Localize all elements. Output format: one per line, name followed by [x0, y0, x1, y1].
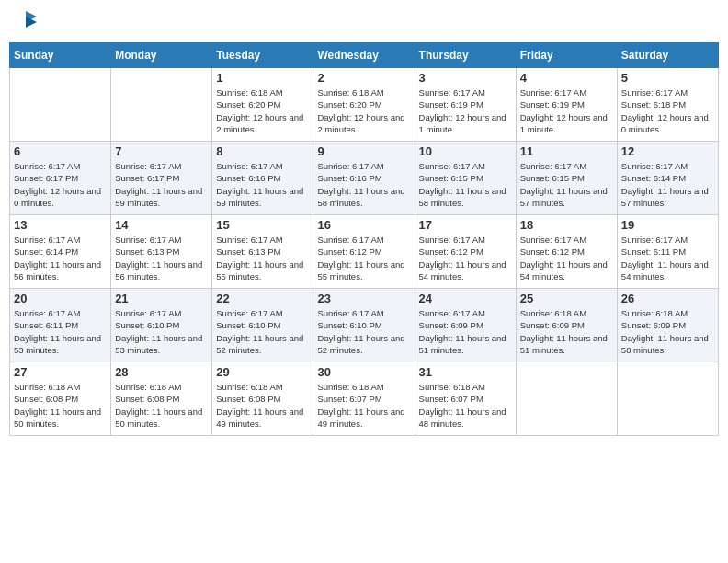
calendar-cell — [10, 68, 111, 142]
day-number: 16 — [317, 218, 410, 232]
weekday-header-tuesday: Tuesday — [212, 43, 313, 68]
calendar-cell: 31Sunrise: 6:18 AM Sunset: 6:07 PM Dayli… — [415, 362, 516, 436]
calendar-cell: 13Sunrise: 6:17 AM Sunset: 6:14 PM Dayli… — [10, 215, 111, 289]
calendar-cell: 17Sunrise: 6:17 AM Sunset: 6:12 PM Dayli… — [415, 215, 516, 289]
day-number: 3 — [419, 71, 512, 85]
day-number: 4 — [520, 71, 613, 85]
calendar-table: SundayMondayTuesdayWednesdayThursdayFrid… — [9, 42, 719, 436]
weekday-header-wednesday: Wednesday — [313, 43, 415, 68]
calendar-cell: 9Sunrise: 6:17 AM Sunset: 6:16 PM Daylig… — [313, 142, 415, 215]
day-number: 19 — [621, 218, 714, 232]
day-number: 15 — [216, 218, 309, 232]
calendar-cell: 21Sunrise: 6:17 AM Sunset: 6:10 PM Dayli… — [111, 289, 212, 362]
calendar-cell: 27Sunrise: 6:18 AM Sunset: 6:08 PM Dayli… — [10, 362, 111, 436]
day-number: 1 — [216, 71, 309, 85]
day-number: 30 — [317, 365, 410, 379]
day-number: 24 — [419, 292, 512, 305]
day-info: Sunrise: 6:17 AM Sunset: 6:09 PM Dayligh… — [419, 307, 512, 356]
day-info: Sunrise: 6:17 AM Sunset: 6:12 PM Dayligh… — [317, 234, 410, 282]
day-info: Sunrise: 6:17 AM Sunset: 6:11 PM Dayligh… — [14, 307, 107, 356]
day-info: Sunrise: 6:17 AM Sunset: 6:17 PM Dayligh… — [14, 160, 107, 209]
day-number: 6 — [14, 144, 107, 158]
day-number: 10 — [419, 144, 512, 158]
day-info: Sunrise: 6:17 AM Sunset: 6:11 PM Dayligh… — [621, 234, 714, 282]
week-row-4: 20Sunrise: 6:17 AM Sunset: 6:11 PM Dayli… — [10, 289, 719, 362]
calendar-cell: 22Sunrise: 6:17 AM Sunset: 6:10 PM Dayli… — [212, 289, 313, 362]
calendar-cell: 19Sunrise: 6:17 AM Sunset: 6:11 PM Dayli… — [617, 215, 718, 289]
day-info: Sunrise: 6:17 AM Sunset: 6:17 PM Dayligh… — [115, 160, 208, 209]
day-info: Sunrise: 6:17 AM Sunset: 6:13 PM Dayligh… — [115, 234, 208, 282]
calendar-cell: 5Sunrise: 6:17 AM Sunset: 6:18 PM Daylig… — [617, 68, 718, 142]
day-number: 5 — [621, 71, 714, 85]
day-info: Sunrise: 6:18 AM Sunset: 6:07 PM Dayligh… — [317, 381, 410, 430]
day-number: 7 — [115, 144, 208, 158]
calendar-cell: 23Sunrise: 6:17 AM Sunset: 6:10 PM Dayli… — [313, 289, 415, 362]
day-number: 25 — [520, 292, 613, 305]
calendar-cell: 1Sunrise: 6:18 AM Sunset: 6:20 PM Daylig… — [212, 68, 313, 142]
day-info: Sunrise: 6:17 AM Sunset: 6:19 PM Dayligh… — [419, 86, 512, 135]
day-number: 21 — [115, 292, 208, 305]
day-info: Sunrise: 6:17 AM Sunset: 6:19 PM Dayligh… — [520, 86, 613, 135]
weekday-header-friday: Friday — [516, 43, 617, 68]
calendar-cell: 15Sunrise: 6:17 AM Sunset: 6:13 PM Dayli… — [212, 215, 313, 289]
day-info: Sunrise: 6:17 AM Sunset: 6:15 PM Dayligh… — [520, 160, 613, 209]
logo-flag-icon — [13, 9, 39, 35]
calendar-cell: 2Sunrise: 6:18 AM Sunset: 6:20 PM Daylig… — [313, 68, 415, 142]
day-number: 2 — [317, 71, 410, 85]
weekday-header-monday: Monday — [111, 43, 212, 68]
calendar-cell: 28Sunrise: 6:18 AM Sunset: 6:08 PM Dayli… — [111, 362, 212, 436]
day-number: 8 — [216, 144, 309, 158]
day-number: 22 — [216, 292, 309, 305]
day-info: Sunrise: 6:17 AM Sunset: 6:14 PM Dayligh… — [14, 234, 107, 282]
day-number: 13 — [14, 218, 107, 232]
calendar-cell: 10Sunrise: 6:17 AM Sunset: 6:15 PM Dayli… — [415, 142, 516, 215]
day-number: 23 — [317, 292, 410, 305]
week-row-1: 1Sunrise: 6:18 AM Sunset: 6:20 PM Daylig… — [10, 68, 719, 142]
day-info: Sunrise: 6:17 AM Sunset: 6:18 PM Dayligh… — [621, 86, 714, 135]
day-number: 11 — [520, 144, 613, 158]
day-info: Sunrise: 6:17 AM Sunset: 6:15 PM Dayligh… — [419, 160, 512, 209]
weekday-header-row: SundayMondayTuesdayWednesdayThursdayFrid… — [10, 43, 719, 68]
day-info: Sunrise: 6:17 AM Sunset: 6:13 PM Dayligh… — [216, 234, 309, 282]
day-info: Sunrise: 6:18 AM Sunset: 6:08 PM Dayligh… — [216, 381, 309, 430]
calendar-cell: 8Sunrise: 6:17 AM Sunset: 6:16 PM Daylig… — [212, 142, 313, 215]
calendar-cell: 29Sunrise: 6:18 AM Sunset: 6:08 PM Dayli… — [212, 362, 313, 436]
calendar-cell: 6Sunrise: 6:17 AM Sunset: 6:17 PM Daylig… — [10, 142, 111, 215]
day-number: 17 — [419, 218, 512, 232]
calendar-cell: 16Sunrise: 6:17 AM Sunset: 6:12 PM Dayli… — [313, 215, 415, 289]
day-info: Sunrise: 6:18 AM Sunset: 6:20 PM Dayligh… — [216, 86, 309, 135]
calendar-cell: 30Sunrise: 6:18 AM Sunset: 6:07 PM Dayli… — [313, 362, 415, 436]
weekday-header-thursday: Thursday — [415, 43, 516, 68]
day-info: Sunrise: 6:18 AM Sunset: 6:20 PM Dayligh… — [317, 86, 410, 135]
calendar-cell: 11Sunrise: 6:17 AM Sunset: 6:15 PM Dayli… — [516, 142, 617, 215]
day-info: Sunrise: 6:17 AM Sunset: 6:12 PM Dayligh… — [419, 234, 512, 282]
calendar-cell — [516, 362, 617, 436]
day-info: Sunrise: 6:18 AM Sunset: 6:08 PM Dayligh… — [14, 381, 107, 430]
weekday-header-saturday: Saturday — [617, 43, 718, 68]
calendar-cell: 20Sunrise: 6:17 AM Sunset: 6:11 PM Dayli… — [10, 289, 111, 362]
day-number: 20 — [14, 292, 107, 305]
day-number: 28 — [115, 365, 208, 379]
day-info: Sunrise: 6:18 AM Sunset: 6:09 PM Dayligh… — [520, 307, 613, 356]
calendar-page: SundayMondayTuesdayWednesdayThursdayFrid… — [0, 0, 728, 563]
day-number: 18 — [520, 218, 613, 232]
day-number: 29 — [216, 365, 309, 379]
day-number: 12 — [621, 144, 714, 158]
day-number: 14 — [115, 218, 208, 232]
calendar-cell — [111, 68, 212, 142]
calendar-cell: 12Sunrise: 6:17 AM Sunset: 6:14 PM Dayli… — [617, 142, 718, 215]
day-info: Sunrise: 6:17 AM Sunset: 6:16 PM Dayligh… — [317, 160, 410, 209]
day-number: 27 — [14, 365, 107, 379]
logo — [9, 9, 39, 35]
day-info: Sunrise: 6:17 AM Sunset: 6:12 PM Dayligh… — [520, 234, 613, 282]
day-info: Sunrise: 6:17 AM Sunset: 6:14 PM Dayligh… — [621, 160, 714, 209]
day-info: Sunrise: 6:18 AM Sunset: 6:09 PM Dayligh… — [621, 307, 714, 356]
day-info: Sunrise: 6:18 AM Sunset: 6:07 PM Dayligh… — [419, 381, 512, 430]
calendar-cell: 26Sunrise: 6:18 AM Sunset: 6:09 PM Dayli… — [617, 289, 718, 362]
day-info: Sunrise: 6:17 AM Sunset: 6:10 PM Dayligh… — [115, 307, 208, 356]
header — [9, 9, 719, 35]
calendar-cell: 7Sunrise: 6:17 AM Sunset: 6:17 PM Daylig… — [111, 142, 212, 215]
calendar-cell: 18Sunrise: 6:17 AM Sunset: 6:12 PM Dayli… — [516, 215, 617, 289]
calendar-cell: 4Sunrise: 6:17 AM Sunset: 6:19 PM Daylig… — [516, 68, 617, 142]
day-number: 31 — [419, 365, 512, 379]
